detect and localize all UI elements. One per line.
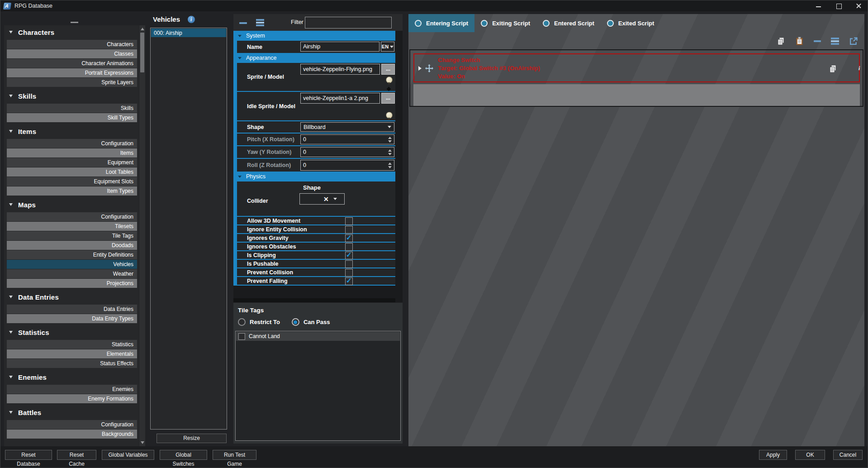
apply-button[interactable]: Apply bbox=[759, 450, 787, 460]
sidebar-group-header-maps[interactable]: Maps bbox=[4, 200, 139, 210]
sidebar-group-header-enemies[interactable]: Enemies bbox=[4, 372, 139, 382]
global-switches-button[interactable]: Global Switches bbox=[160, 450, 207, 460]
sidebar-item-backgrounds[interactable]: Backgrounds bbox=[7, 430, 137, 439]
paste-icon[interactable] bbox=[795, 37, 804, 46]
tile-tag-row-cannot-land[interactable]: Cannot Land bbox=[236, 332, 400, 341]
spin-up-icon[interactable] bbox=[388, 162, 392, 165]
expand-arrow-icon[interactable] bbox=[418, 66, 422, 71]
sidebar-item-tile-tags[interactable]: Tile Tags bbox=[7, 231, 137, 240]
sidebar-item-weather[interactable]: Weather bbox=[7, 269, 137, 278]
reset-cache-button[interactable]: Reset Cache bbox=[57, 450, 96, 460]
section-header-appearance[interactable]: Appearance bbox=[233, 53, 395, 63]
sidebar-item-elementals[interactable]: Elementals bbox=[7, 349, 137, 358]
collapse-all-icon[interactable] bbox=[814, 40, 821, 42]
sidebar-group-header-data-entries[interactable]: Data Entries bbox=[4, 292, 139, 302]
collapse-all-icon[interactable] bbox=[239, 22, 247, 24]
sidebar-item-skill-types[interactable]: Skill Types bbox=[7, 113, 137, 122]
sidebar-item-battles-configuration[interactable]: Configuration bbox=[7, 420, 137, 429]
sidebar-group-header-items[interactable]: Items bbox=[4, 126, 139, 136]
radio-restrict-to[interactable]: Restrict To bbox=[238, 318, 280, 326]
section-header-physics[interactable]: Physics bbox=[233, 172, 395, 181]
sidebar-item-sprite-layers[interactable]: Sprite Layers bbox=[7, 78, 137, 87]
roll-input[interactable] bbox=[301, 160, 386, 170]
sprite-path-input[interactable] bbox=[300, 64, 380, 75]
sidebar-item-data-entries[interactable]: Data Entries bbox=[7, 305, 137, 314]
sidebar-item-projections[interactable]: Projections bbox=[7, 279, 137, 288]
sidebar-item-doodads[interactable]: Doodads bbox=[7, 241, 137, 250]
idle-sprite-path-input[interactable] bbox=[300, 93, 380, 104]
sidebar-item-enemy-formations[interactable]: Enemy Formations bbox=[7, 394, 137, 403]
sidebar-item-entity-definitions[interactable]: Entity Definitions bbox=[7, 250, 137, 259]
sidebar-item-item-types[interactable]: Item Types bbox=[7, 186, 137, 196]
spin-up-icon[interactable] bbox=[388, 149, 392, 152]
external-link-icon[interactable] bbox=[849, 37, 858, 46]
sidebar-item-items-configuration[interactable]: Configuration bbox=[7, 139, 137, 148]
sidebar-scrollbar[interactable] bbox=[139, 25, 145, 446]
window-minimize-button[interactable] bbox=[809, 0, 829, 11]
checkbox-checked[interactable]: ✓ bbox=[345, 234, 353, 242]
tab-entered-script[interactable]: Entered Script bbox=[536, 14, 601, 32]
scrollbar-thumb[interactable] bbox=[140, 33, 144, 72]
checkbox-unchecked[interactable] bbox=[345, 226, 353, 234]
spin-down-icon[interactable] bbox=[388, 140, 392, 143]
sidebar-item-portrait-expressions[interactable]: Portrait Expressions bbox=[7, 68, 137, 77]
spinner-buttons[interactable] bbox=[386, 160, 394, 170]
radio-unselected-icon[interactable] bbox=[238, 318, 246, 326]
shape-dropdown[interactable]: Billboard bbox=[300, 122, 394, 132]
menu-icon[interactable] bbox=[256, 19, 264, 26]
run-test-game-button[interactable]: Run Test Game bbox=[213, 450, 256, 460]
script-empty-insert-row[interactable] bbox=[413, 84, 860, 106]
global-variables-button[interactable]: Global Variables bbox=[102, 450, 154, 460]
move-handle-icon[interactable] bbox=[425, 64, 433, 72]
sidebar-item-enemies[interactable]: Enemies bbox=[7, 385, 137, 394]
spin-up-icon[interactable] bbox=[388, 137, 392, 139]
menu-icon[interactable] bbox=[831, 38, 839, 45]
spin-down-icon[interactable] bbox=[388, 153, 392, 155]
checkbox-unchecked[interactable] bbox=[345, 243, 353, 251]
sidebar-item-equipment-slots[interactable]: Equipment Slots bbox=[7, 177, 137, 186]
sidebar-group-header-statistics[interactable]: Statistics bbox=[4, 327, 139, 337]
sidebar-collapse-handle[interactable] bbox=[71, 22, 78, 23]
spin-down-icon[interactable] bbox=[388, 166, 392, 168]
sidebar-group-header-battles[interactable]: Battles bbox=[4, 407, 139, 417]
sidebar-item-maps-configuration[interactable]: Configuration bbox=[7, 212, 137, 221]
checkbox-unchecked[interactable] bbox=[345, 217, 353, 225]
pitch-input[interactable] bbox=[301, 135, 386, 144]
script-command-change-switch[interactable]: Change Switch Target: Global Switch #3 (… bbox=[413, 53, 860, 82]
radio-selected-icon[interactable] bbox=[292, 318, 299, 326]
sprite-browse-button[interactable]: ... bbox=[381, 64, 395, 75]
ok-button[interactable]: OK bbox=[795, 450, 825, 460]
checkbox-checked[interactable]: ✓ bbox=[345, 277, 353, 285]
radio-can-pass[interactable]: Can Pass bbox=[292, 318, 330, 326]
sidebar-item-status-effects[interactable]: Status Effects bbox=[7, 359, 137, 368]
copy-icon[interactable] bbox=[777, 37, 785, 46]
yaw-input[interactable] bbox=[301, 148, 386, 157]
tab-exiting-script[interactable]: Exiting Script bbox=[474, 14, 536, 32]
checkbox-unchecked[interactable] bbox=[345, 269, 353, 277]
sidebar-item-classes[interactable]: Classes bbox=[7, 49, 137, 58]
tab-exited-script[interactable]: Exited Script bbox=[601, 14, 660, 32]
checkbox-unchecked[interactable] bbox=[345, 260, 353, 268]
cancel-button[interactable]: Cancel bbox=[833, 450, 863, 460]
section-header-system[interactable]: System bbox=[233, 31, 395, 41]
vehicle-list-item-selected[interactable]: 000: Airship bbox=[151, 29, 226, 37]
window-close-button[interactable] bbox=[849, 0, 868, 11]
sidebar-group-header-characters[interactable]: Characters bbox=[4, 27, 139, 37]
window-maximize-button[interactable] bbox=[829, 0, 849, 11]
tab-entering-script[interactable]: Entering Script bbox=[408, 14, 474, 32]
filter-input[interactable] bbox=[305, 17, 392, 29]
sidebar-item-character-animations[interactable]: Character Animations bbox=[7, 59, 137, 68]
sidebar-item-vehicles-selected[interactable]: Vehicles bbox=[7, 260, 137, 269]
scroll-down-icon[interactable] bbox=[141, 441, 144, 444]
copy-icon[interactable] bbox=[829, 64, 837, 73]
clear-icon[interactable]: ✕ bbox=[323, 196, 329, 203]
sidebar-item-characters[interactable]: Characters bbox=[7, 40, 137, 49]
sidebar-item-statistics[interactable]: Statistics bbox=[7, 340, 137, 349]
resize-button[interactable]: Resize bbox=[157, 434, 227, 443]
spinner-buttons[interactable] bbox=[386, 135, 394, 144]
sidebar-item-items[interactable]: Items bbox=[7, 148, 137, 158]
sidebar-item-data-entry-types[interactable]: Data Entry Types bbox=[7, 314, 137, 323]
language-dropdown[interactable]: EN bbox=[381, 42, 394, 52]
sidebar-item-equipment[interactable]: Equipment bbox=[7, 158, 137, 167]
sidebar-item-loot-tables[interactable]: Loot Tables bbox=[7, 167, 137, 177]
